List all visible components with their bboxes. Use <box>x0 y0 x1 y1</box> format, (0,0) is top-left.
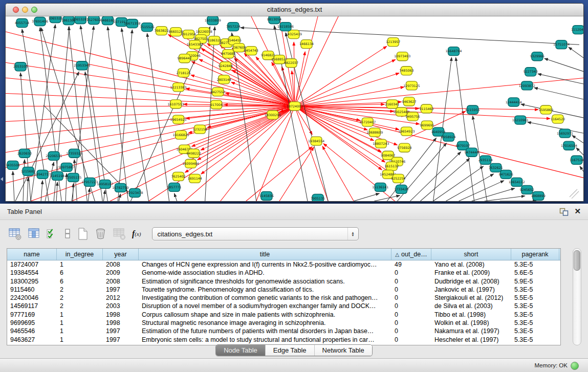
table-cell: 5.5E-5 <box>511 294 559 302</box>
table-cell: 5.6E-5 <box>511 269 559 277</box>
svg-text:1112042: 1112042 <box>571 28 583 31</box>
table-cell: 0 <box>391 269 431 277</box>
rows-icon <box>64 227 71 240</box>
svg-text:16543382: 16543382 <box>187 42 203 46</box>
svg-text:10688609: 10688609 <box>366 130 383 134</box>
table-panel-header: Table Panel ✕ <box>0 204 588 220</box>
table-row[interactable]: 946362711997Embryonic stem cells: a mode… <box>7 336 560 344</box>
svg-text:9498222: 9498222 <box>187 151 201 155</box>
svg-text:9242844: 9242844 <box>219 64 233 68</box>
combo-stepper-icon: ▲▼ <box>347 228 358 240</box>
delete-column-button[interactable] <box>94 227 107 241</box>
table-cell: 1998 <box>103 319 139 327</box>
table-mode-button[interactable] <box>8 227 22 241</box>
close-panel-button[interactable]: ✕ <box>574 207 581 216</box>
svg-text:12923478: 12923478 <box>126 191 143 194</box>
column-header-in_degree[interactable]: in_degree <box>57 249 103 260</box>
column-header-year[interactable]: year <box>103 249 139 260</box>
table-cell: 1997 <box>103 327 139 335</box>
row-height-button[interactable] <box>64 227 71 241</box>
svg-text:7905135: 7905135 <box>311 196 325 200</box>
svg-text:9463627: 9463627 <box>402 100 416 103</box>
svg-text:1215681: 1215681 <box>21 169 35 173</box>
table-row[interactable]: 1830029562008Estimation of significance … <box>7 277 560 286</box>
citation-network-graph[interactable]: 1872400718300295766382286601288912954182… <box>6 16 583 201</box>
table-tabs: Node TableEdge TableNetwork Table <box>0 344 588 356</box>
scrollbar-thumb[interactable] <box>574 250 580 271</box>
column-header-label: pagerank <box>521 251 548 258</box>
table-cell: 5.3E-5 <box>511 286 559 294</box>
svg-text:1065328: 1065328 <box>48 16 62 20</box>
svg-text:1164520: 1164520 <box>551 117 565 121</box>
svg-text:2160341: 2160341 <box>385 102 399 106</box>
svg-text:8215955: 8215955 <box>466 108 480 112</box>
show-columns-button[interactable] <box>28 227 40 241</box>
table-header-row: namein_degreeyeartitle△out_de…shortpager… <box>7 249 560 260</box>
svg-text:2935114: 2935114 <box>478 158 493 162</box>
column-header-pagerank[interactable]: pagerank <box>511 249 559 260</box>
table-row[interactable]: 1938455462009Genome-wide association stu… <box>7 269 560 277</box>
svg-text:4055714: 4055714 <box>15 21 29 25</box>
table-cell: Embryonic stem cells: a model to study s… <box>139 336 391 344</box>
svg-text:9896442: 9896442 <box>178 56 192 60</box>
svg-text:14958107: 14958107 <box>97 182 113 186</box>
svg-text:16033809: 16033809 <box>205 18 221 22</box>
tab-edge-table[interactable]: Edge Table <box>265 345 314 356</box>
column-header-name[interactable]: name <box>7 249 57 260</box>
svg-text:1435506: 1435506 <box>6 163 20 167</box>
table-row[interactable]: 1456911722003Disruption of a novel membe… <box>7 302 560 310</box>
vertical-scrollbar[interactable] <box>573 248 581 345</box>
table-row[interactable]: 1872400712008Changes of HCN gene express… <box>7 260 560 269</box>
svg-text:917004: 917004 <box>210 103 223 106</box>
svg-text:9245652: 9245652 <box>520 188 534 191</box>
table-panel-title: Table Panel <box>7 208 42 215</box>
network-window-titlebar[interactable]: citations_edges.txt <box>6 4 583 16</box>
network-window-title: citations_edges.txt <box>6 4 583 16</box>
table-cell: Investigating the contribution of common… <box>139 294 391 302</box>
svg-text:10025488: 10025488 <box>393 110 409 114</box>
minimize-traffic-light-button[interactable] <box>22 7 28 13</box>
svg-text:15136141: 15136141 <box>372 185 388 189</box>
table-cell: 2 <box>57 294 103 302</box>
trash-icon <box>94 227 107 240</box>
svg-text:9756928: 9756928 <box>397 146 411 149</box>
table-cell: 2 <box>57 286 103 294</box>
tab-node-table[interactable]: Node Table <box>216 345 265 356</box>
create-column-button[interactable] <box>77 227 89 241</box>
svg-text:7485063: 7485063 <box>399 69 413 72</box>
svg-text:1527602: 1527602 <box>86 18 101 21</box>
svg-text:9857771: 9857771 <box>167 185 182 189</box>
svg-text:2053105: 2053105 <box>13 64 28 68</box>
column-header-out_de[interactable]: △out_de… <box>391 249 431 260</box>
table-cell: 9465546 <box>7 327 57 335</box>
svg-text:9699695: 9699695 <box>420 123 434 127</box>
svg-text:1167534: 1167534 <box>570 158 583 162</box>
table-row[interactable]: 969969511998Structural magnetic resonanc… <box>7 319 560 327</box>
table-body: 1872400712008Changes of HCN gene express… <box>7 260 560 344</box>
table-row[interactable]: 911546021997Tourette syndrome. Phenomeno… <box>7 286 560 294</box>
network-canvas[interactable]: 1872400718300295766382286601288912954182… <box>6 16 583 201</box>
svg-text:6879197: 6879197 <box>456 144 470 147</box>
zoom-traffic-light-button[interactable] <box>31 7 37 13</box>
table-row[interactable]: 2242004622012Investigating the contribut… <box>7 294 560 302</box>
west-panel-collapse-arrow-icon[interactable] <box>1 177 3 181</box>
table-cell: 5.3E-5 <box>511 260 559 269</box>
table-source-select[interactable]: citations_edges.txt ▲▼ <box>152 227 359 240</box>
table-cell: de Silva et al. (2003) <box>431 302 511 310</box>
node-table: namein_degreeyeartitle△out_de…shortpager… <box>7 248 561 345</box>
column-header-short[interactable]: short <box>431 249 511 260</box>
svg-text:2620650: 2620650 <box>17 151 32 155</box>
svg-text:6466160: 6466160 <box>100 18 115 22</box>
function-builder-button[interactable]: f(x) <box>132 227 141 241</box>
column-header-label: title <box>260 251 270 258</box>
column-header-title[interactable]: title <box>139 249 391 260</box>
tab-network-table[interactable]: Network Table <box>314 345 372 356</box>
memory-status-indicator[interactable] <box>571 362 579 370</box>
table-row[interactable]: 977716911998Corpus callosum shape and si… <box>7 311 560 319</box>
close-traffic-light-button[interactable] <box>13 7 19 13</box>
float-panel-button[interactable] <box>559 208 569 216</box>
network-window[interactable]: citations_edges.txt 18724007183002957663… <box>5 3 584 202</box>
select-columns-button[interactable] <box>46 227 58 241</box>
delete-table-button[interactable] <box>113 227 126 241</box>
table-row[interactable]: 946554611997Estimation of the future num… <box>7 327 560 335</box>
